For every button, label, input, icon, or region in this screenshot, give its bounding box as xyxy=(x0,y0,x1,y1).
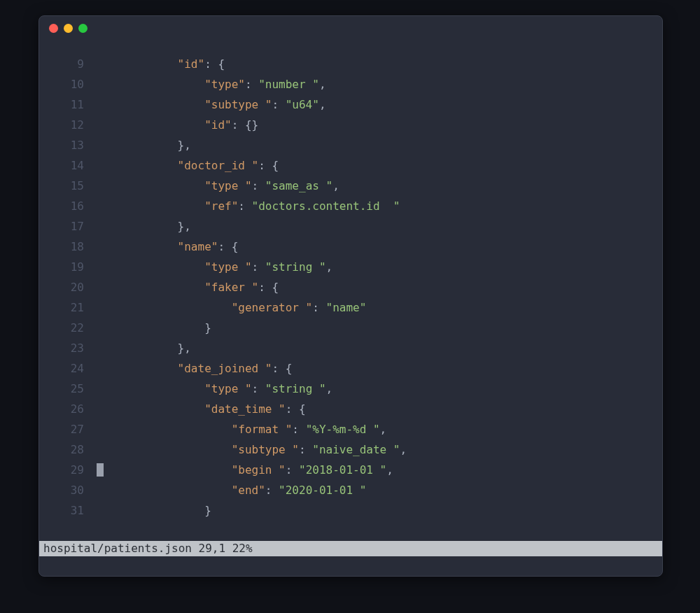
code-content[interactable]: }, xyxy=(97,216,191,237)
code-line[interactable]: 24 "date_joined ": { xyxy=(39,358,662,379)
code-content[interactable]: "type ": "string ", xyxy=(97,257,332,277)
editor-window: 9 "id": {10 "type": "number ",11 "subtyp… xyxy=(38,15,663,577)
code-content[interactable]: "id": {} xyxy=(97,115,258,135)
minimize-icon[interactable] xyxy=(64,24,73,33)
code-line[interactable]: 18 "name": { xyxy=(39,237,662,257)
code-content[interactable]: "type ": "same_as ", xyxy=(97,176,340,196)
code-content[interactable]: "id": { xyxy=(97,54,225,74)
code-line[interactable]: 17 }, xyxy=(39,216,662,237)
code-editor[interactable]: 9 "id": {10 "type": "number ",11 "subtyp… xyxy=(39,54,662,555)
line-number: 10 xyxy=(39,74,97,94)
line-number: 9 xyxy=(39,54,97,74)
code-line[interactable]: 16 "ref": "doctors.content.id " xyxy=(39,196,662,216)
line-number: 24 xyxy=(39,358,97,379)
line-number: 23 xyxy=(39,338,97,358)
code-line[interactable]: 22 } xyxy=(39,318,662,338)
code-content[interactable]: "type ": "string ", xyxy=(97,379,332,399)
code-content[interactable]: "date_time ": { xyxy=(97,399,306,419)
close-icon[interactable] xyxy=(49,24,58,33)
code-line[interactable]: 19 "type ": "string ", xyxy=(39,257,662,277)
line-number: 11 xyxy=(39,94,97,115)
line-number: 29 xyxy=(39,460,97,480)
code-line[interactable]: 13 }, xyxy=(39,135,662,155)
code-content[interactable]: "doctor_id ": { xyxy=(97,155,279,176)
code-content[interactable]: "end": "2020-01-01 " xyxy=(97,480,366,500)
code-content[interactable]: "generator ": "name" xyxy=(97,297,366,318)
status-text: hospital/patients.json 29,1 22% xyxy=(43,542,253,555)
code-content[interactable]: "subtype ": "naive_date ", xyxy=(97,439,407,460)
code-line[interactable]: 11 "subtype ": "u64", xyxy=(39,94,662,115)
code-line[interactable]: 26 "date_time ": { xyxy=(39,399,662,419)
code-content[interactable]: "subtype ": "u64", xyxy=(97,94,326,115)
code-content[interactable]: } xyxy=(97,318,211,338)
code-line[interactable]: 12 "id": {} xyxy=(39,115,662,135)
code-line[interactable]: 29 "begin ": "2018-01-01 ", xyxy=(39,460,662,480)
line-number: 20 xyxy=(39,277,97,297)
code-line[interactable]: 9 "id": { xyxy=(39,54,662,74)
code-line[interactable]: 31 } xyxy=(39,500,662,521)
titlebar xyxy=(39,16,662,40)
code-content[interactable]: "ref": "doctors.content.id " xyxy=(97,196,400,216)
code-line[interactable]: 10 "type": "number ", xyxy=(39,74,662,94)
code-line[interactable]: 28 "subtype ": "naive_date ", xyxy=(39,439,662,460)
code-content[interactable]: } xyxy=(97,500,211,521)
code-line[interactable]: 23 }, xyxy=(39,338,662,358)
code-content[interactable]: }, xyxy=(97,135,191,155)
line-number: 22 xyxy=(39,318,97,338)
code-line[interactable]: 14 "doctor_id ": { xyxy=(39,155,662,176)
line-number: 21 xyxy=(39,297,97,318)
line-number: 14 xyxy=(39,155,97,176)
code-content[interactable]: "type": "number ", xyxy=(97,74,326,94)
line-number: 13 xyxy=(39,135,97,155)
status-bar: hospital/patients.json 29,1 22% xyxy=(39,541,662,556)
line-number: 25 xyxy=(39,379,97,399)
line-number: 17 xyxy=(39,216,97,237)
maximize-icon[interactable] xyxy=(78,24,88,33)
code-content[interactable]: "begin ": "2018-01-01 ", xyxy=(97,460,393,480)
line-number: 15 xyxy=(39,176,97,196)
code-line[interactable]: 27 "format ": "%Y-%m-%d ", xyxy=(39,419,662,439)
code-content[interactable]: }, xyxy=(97,338,191,358)
line-number: 18 xyxy=(39,237,97,257)
line-number: 26 xyxy=(39,399,97,419)
code-line[interactable]: 20 "faker ": { xyxy=(39,277,662,297)
line-number: 30 xyxy=(39,480,97,500)
code-content[interactable]: "date_joined ": { xyxy=(97,358,292,379)
code-content[interactable]: "format ": "%Y-%m-%d ", xyxy=(97,419,386,439)
line-number: 16 xyxy=(39,196,97,216)
code-content[interactable]: "name": { xyxy=(97,237,238,257)
cursor xyxy=(97,463,104,477)
code-content[interactable]: "faker ": { xyxy=(97,277,279,297)
line-number: 19 xyxy=(39,257,97,277)
code-line[interactable]: 21 "generator ": "name" xyxy=(39,297,662,318)
code-line[interactable]: 15 "type ": "same_as ", xyxy=(39,176,662,196)
code-line[interactable]: 30 "end": "2020-01-01 " xyxy=(39,480,662,500)
code-line[interactable]: 25 "type ": "string ", xyxy=(39,379,662,399)
line-number: 31 xyxy=(39,500,97,521)
line-number: 27 xyxy=(39,419,97,439)
line-number: 28 xyxy=(39,439,97,460)
line-number: 12 xyxy=(39,115,97,135)
